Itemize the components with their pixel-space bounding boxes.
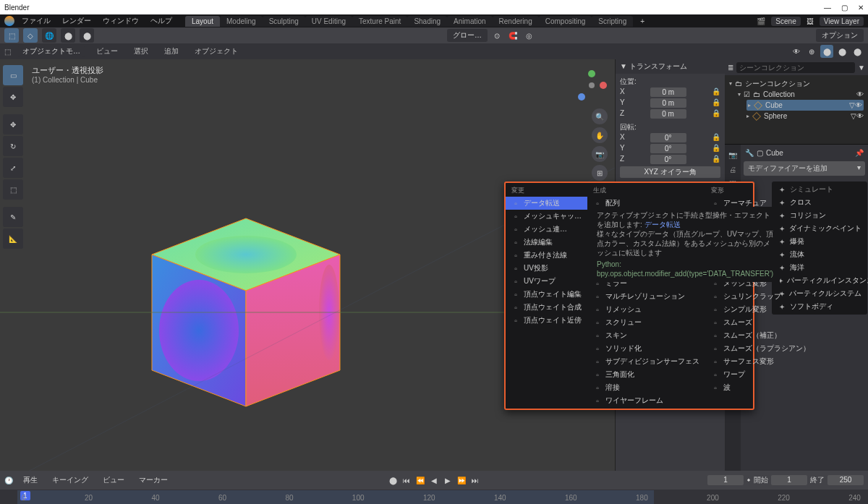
- workspace-tab-layout[interactable]: Layout: [185, 16, 220, 27]
- jump-start-icon[interactable]: ⏮: [401, 474, 412, 486]
- workspace-tab-uv editing[interactable]: UV Editing: [305, 16, 352, 27]
- rot-z[interactable]: 0°: [650, 155, 686, 164]
- autokey-icon[interactable]: ⬤: [387, 474, 399, 486]
- play-icon[interactable]: ▶: [442, 474, 454, 486]
- menu-file[interactable]: ファイル: [17, 14, 55, 27]
- workspace-tab-rendering[interactable]: Rendering: [493, 16, 539, 27]
- modifier-item[interactable]: ▫サーフェス変形: [705, 355, 816, 368]
- rotate-tool[interactable]: ↻: [3, 136, 23, 156]
- outliner-cube[interactable]: ▸Cube▽👁: [746, 100, 864, 111]
- scene-field[interactable]: Scene: [771, 17, 800, 26]
- viewlayer-field[interactable]: View Layer: [820, 17, 864, 26]
- modifier-item[interactable]: ▫溶接: [587, 381, 705, 394]
- tl-play[interactable]: 再生: [19, 474, 42, 487]
- editor-type-icon[interactable]: ⬚: [4, 48, 11, 56]
- solid-shading-icon[interactable]: ⬤: [820, 45, 833, 58]
- menu-window[interactable]: ウィンドウ: [98, 14, 143, 27]
- modifier-item[interactable]: ▫ソリッド化: [587, 342, 705, 355]
- modifier-item[interactable]: ▫メッシュ連…: [506, 223, 587, 236]
- modifier-item[interactable]: ▫スクリュー: [587, 316, 705, 329]
- annotate-tool[interactable]: ✎: [3, 207, 23, 227]
- pivot-icon[interactable]: ⊙: [490, 29, 503, 42]
- filter-icon[interactable]: ▼: [858, 64, 865, 72]
- modifier-item[interactable]: ▫サブディビジョンサーフェス: [587, 355, 705, 368]
- keyframe-next-icon[interactable]: ⏩: [456, 474, 467, 486]
- camera-icon[interactable]: 📷: [592, 146, 608, 162]
- workspace-tab-modeling[interactable]: Modeling: [220, 16, 263, 27]
- mode-dropdown[interactable]: オブジェクトモ…: [18, 46, 85, 57]
- select-mode-icon[interactable]: ⬚: [4, 28, 19, 43]
- start-frame[interactable]: 1: [771, 475, 807, 485]
- jump-end-icon[interactable]: ⏭: [469, 474, 481, 486]
- hdr-select[interactable]: 選択: [129, 45, 153, 58]
- render-shading-icon[interactable]: ⬤: [851, 45, 864, 58]
- keyframe-prev-icon[interactable]: ⏪: [414, 474, 426, 486]
- outliner-sphere[interactable]: ▸Sphere▽👁: [729, 111, 864, 121]
- modifier-item[interactable]: ▫UV投影: [506, 262, 587, 275]
- tl-view[interactable]: ビュー: [98, 474, 129, 487]
- hdr-object[interactable]: オブジェクト: [190, 45, 242, 58]
- workspace-tab-compositing[interactable]: Compositing: [539, 16, 592, 27]
- workspace-tab-texture paint[interactable]: Texture Paint: [352, 16, 407, 27]
- proportional-icon[interactable]: ◎: [522, 29, 535, 42]
- modifier-item[interactable]: ▫頂点ウェイト近傍: [506, 314, 587, 327]
- minimize-button[interactable]: —: [824, 4, 831, 12]
- timeline-type-icon[interactable]: 🕐: [4, 477, 13, 484]
- end-frame[interactable]: 250: [827, 475, 864, 485]
- rot-x[interactable]: 0°: [650, 133, 686, 142]
- modifier-item[interactable]: ▫スムーズ（ラプラシアン）: [705, 342, 816, 355]
- outliner-search[interactable]: [736, 62, 855, 73]
- key-icon[interactable]: ⬥: [746, 475, 751, 485]
- shading-icon[interactable]: 🌐: [42, 28, 56, 43]
- modifier-item[interactable]: ▫頂点ウェイト合成: [506, 301, 587, 314]
- cursor-mode-icon[interactable]: ◇: [23, 28, 38, 43]
- rot-y[interactable]: 0°: [650, 144, 686, 153]
- move-tool[interactable]: ✥: [3, 114, 23, 134]
- zoom-icon[interactable]: 🔍: [592, 108, 608, 124]
- modifier-item[interactable]: ▫シンプル変形: [705, 303, 816, 316]
- add-workspace-button[interactable]: +: [636, 16, 649, 27]
- modifier-item[interactable]: ▫マルチレゾリューション: [587, 290, 705, 303]
- close-button[interactable]: ✕: [858, 4, 864, 12]
- nav-gizmo[interactable]: [576, 69, 608, 101]
- play-reverse-icon[interactable]: ◀: [428, 474, 440, 486]
- loc-z[interactable]: 0 m: [650, 109, 686, 119]
- maximize-button[interactable]: ▢: [841, 4, 848, 12]
- modifier-item[interactable]: ▫データ転送: [506, 197, 587, 210]
- modifier-item[interactable]: ▫波: [705, 381, 816, 394]
- modifier-item[interactable]: ▫シュリンクラップ: [705, 290, 816, 303]
- options-dropdown[interactable]: オプション: [816, 29, 864, 42]
- gizmo-toggle-icon[interactable]: ⊕: [805, 45, 818, 58]
- tl-marker[interactable]: マーカー: [135, 474, 172, 487]
- modifier-item[interactable]: ▫リメッシュ: [587, 303, 705, 316]
- matprev-shading-icon[interactable]: ⬤: [835, 45, 848, 58]
- select-tool[interactable]: ▭: [3, 65, 23, 85]
- loc-x[interactable]: 0 m: [650, 87, 686, 97]
- measure-tool[interactable]: 📐: [3, 228, 23, 249]
- workspace-tab-scripting[interactable]: Scripting: [592, 16, 633, 27]
- workspace-tab-sculpting[interactable]: Sculpting: [263, 16, 305, 27]
- loc-y[interactable]: 0 m: [650, 98, 686, 108]
- cursor-tool[interactable]: ✥: [3, 87, 23, 107]
- pan-icon[interactable]: ✋: [592, 127, 608, 143]
- menu-help[interactable]: ヘルプ: [146, 14, 176, 27]
- modifier-item[interactable]: ▫ワイヤーフレーム: [587, 394, 705, 407]
- modifier-item[interactable]: ▫重み付き法線: [506, 249, 587, 262]
- workspace-tab-shading[interactable]: Shading: [407, 16, 447, 27]
- tab-render[interactable]: 📷: [725, 148, 741, 162]
- add-modifier-dropdown[interactable]: モディファイアーを追加▾: [744, 161, 865, 176]
- cube-mesh[interactable]: [130, 204, 347, 406]
- modifier-item[interactable]: ▫ワープ: [705, 368, 816, 381]
- modifier-item[interactable]: ▫三角面化: [587, 368, 705, 381]
- modifier-item[interactable]: ▫UVワープ: [506, 275, 587, 288]
- persp-icon[interactable]: ⊞: [592, 165, 608, 181]
- overlay-icon[interactable]: 👁: [790, 45, 803, 58]
- scale-tool[interactable]: ⤢: [3, 158, 23, 178]
- modifier-item[interactable]: ▫頂点ウェイト編集: [506, 288, 587, 301]
- tab-output[interactable]: 🖨: [725, 162, 741, 176]
- modifier-item[interactable]: ▫スキン: [587, 329, 705, 342]
- modifier-item[interactable]: ▫法線編集: [506, 236, 587, 249]
- current-frame[interactable]: 1: [707, 475, 744, 485]
- hdr-add[interactable]: 追加: [160, 45, 183, 58]
- transform-header[interactable]: ▼ トランスフォーム: [616, 59, 725, 74]
